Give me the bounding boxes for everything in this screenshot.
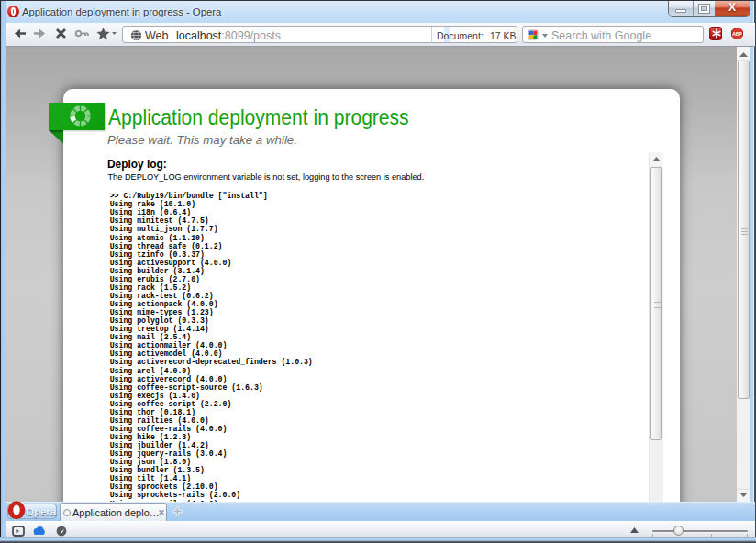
svg-text:ABP: ABP xyxy=(732,31,742,37)
